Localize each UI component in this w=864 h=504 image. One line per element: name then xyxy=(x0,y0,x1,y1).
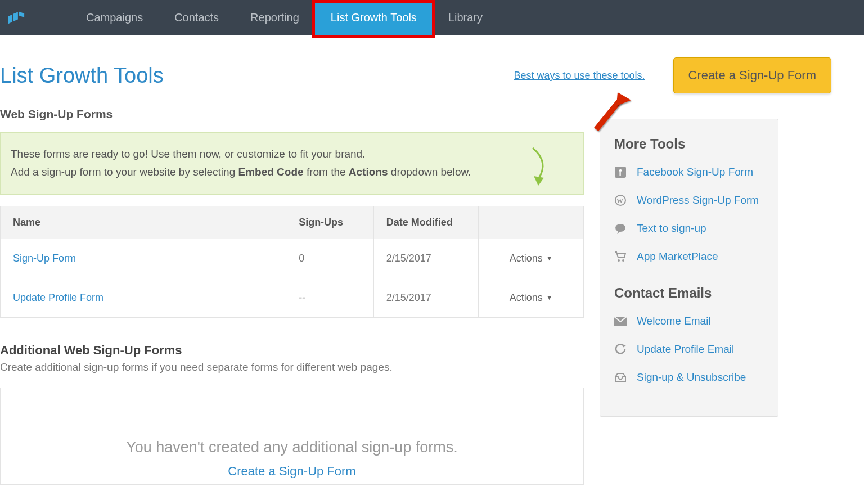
svg-marker-2 xyxy=(19,11,24,17)
help-link[interactable]: Best ways to use these tools. xyxy=(514,70,645,82)
logo[interactable] xyxy=(8,9,37,26)
nav-reporting[interactable]: Reporting xyxy=(235,0,315,35)
inbox-icon xyxy=(614,371,627,384)
refresh-icon xyxy=(614,343,627,356)
svg-marker-6 xyxy=(534,176,544,186)
empty-text: You haven't created any additional sign-… xyxy=(12,439,572,456)
actions-dropdown[interactable]: Actions▼ xyxy=(491,292,571,304)
svg-marker-15 xyxy=(623,344,626,348)
top-nav: Campaigns Contacts Reporting List Growth… xyxy=(0,0,864,35)
contact-emails-heading: Contact Emails xyxy=(614,285,764,301)
empty-state: You haven't created any additional sign-… xyxy=(0,388,584,485)
nav-contacts[interactable]: Contacts xyxy=(159,0,235,35)
web-forms-heading: Web Sign-Up Forms xyxy=(0,107,584,121)
nav-list-growth-tools[interactable]: List Growth Tools xyxy=(315,0,433,35)
welcome-email-link[interactable]: Welcome Email xyxy=(637,315,711,327)
mail-icon xyxy=(614,315,627,327)
empty-create-link[interactable]: Create a Sign-Up Form xyxy=(12,464,572,479)
chevron-down-icon: ▼ xyxy=(546,254,553,262)
sidebar: More Tools f Facebook Sign-Up Form W Wor… xyxy=(600,119,778,417)
svg-point-12 xyxy=(618,259,620,262)
additional-forms-sub: Create additional sign-up forms if you n… xyxy=(0,361,584,374)
svg-point-11 xyxy=(615,224,626,232)
additional-forms-heading: Additional Web Sign-Up Forms xyxy=(0,343,584,358)
nav-campaigns[interactable]: Campaigns xyxy=(70,0,159,35)
actions-dropdown[interactable]: Actions▼ xyxy=(491,253,571,264)
info-line1: These forms are ready to go! Use them no… xyxy=(11,145,573,163)
form-name-link[interactable]: Sign-Up Form xyxy=(13,253,76,264)
wordpress-icon: W xyxy=(614,194,627,206)
table-row: Sign-Up Form 0 2/15/2017 Actions▼ xyxy=(1,238,584,278)
facebook-signup-link[interactable]: Facebook Sign-Up Form xyxy=(637,166,753,178)
hint-arrow-icon xyxy=(521,145,555,190)
svg-text:W: W xyxy=(616,197,623,205)
facebook-icon: f xyxy=(614,166,627,178)
date-cell: 2/15/2017 xyxy=(374,238,479,278)
th-signups: Sign-Ups xyxy=(286,206,374,238)
th-date: Date Modified xyxy=(374,206,479,238)
form-name-link[interactable]: Update Profile Form xyxy=(13,292,104,303)
text-signup-link[interactable]: Text to sign-up xyxy=(637,222,706,235)
wordpress-signup-link[interactable]: WordPress Sign-Up Form xyxy=(637,194,759,206)
info-banner: These forms are ready to go! Use them no… xyxy=(0,132,584,195)
signups-cell: 0 xyxy=(286,238,374,278)
page-header: List Growth Tools Best ways to use these… xyxy=(0,35,864,107)
more-tools-heading: More Tools xyxy=(614,136,764,152)
update-profile-email-link[interactable]: Update Profile Email xyxy=(637,343,734,356)
create-signup-form-button[interactable]: Create a Sign-Up Form xyxy=(673,57,831,93)
cart-icon xyxy=(614,250,627,263)
date-cell: 2/15/2017 xyxy=(374,278,479,317)
th-actions xyxy=(479,206,584,238)
chevron-down-icon: ▼ xyxy=(546,294,553,302)
page-title: List Growth Tools xyxy=(0,64,514,88)
text-icon xyxy=(614,222,627,235)
svg-point-13 xyxy=(622,259,624,262)
forms-table: Name Sign-Ups Date Modified Sign-Up Form… xyxy=(0,206,584,318)
table-row: Update Profile Form -- 2/15/2017 Actions… xyxy=(1,278,584,317)
app-marketplace-link[interactable]: App MarketPlace xyxy=(637,250,718,263)
signup-unsubscribe-link[interactable]: Sign-up & Unsubscribe xyxy=(637,371,746,384)
info-line2: Add a sign-up form to your website by se… xyxy=(11,163,573,181)
signups-cell: -- xyxy=(286,278,374,317)
svg-text:f: f xyxy=(619,168,622,177)
nav-library[interactable]: Library xyxy=(433,0,498,35)
th-name: Name xyxy=(1,206,286,238)
